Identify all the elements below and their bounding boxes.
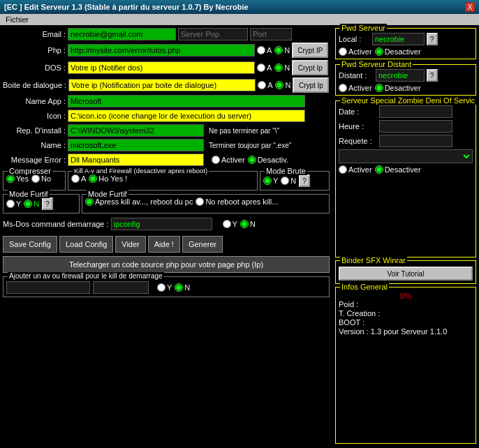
mb-n[interactable] bbox=[281, 177, 289, 185]
boite-radio-group: A N bbox=[258, 81, 290, 89]
zombie-date-label: Date : bbox=[339, 107, 377, 116]
zombie-select[interactable] bbox=[339, 149, 473, 163]
ajout-av-radio: Y N bbox=[157, 283, 190, 292]
boite-input[interactable] bbox=[68, 79, 256, 91]
crypt-ip-button-3[interactable]: Crypt Ip bbox=[293, 77, 329, 93]
boite-radio-a[interactable] bbox=[258, 81, 266, 89]
pwd-distant-question[interactable]: ? bbox=[427, 69, 438, 82]
msd-y[interactable] bbox=[223, 220, 231, 228]
zmb-activer[interactable] bbox=[339, 165, 347, 174]
zombie-date-input[interactable] bbox=[379, 105, 452, 118]
mfb-apress[interactable] bbox=[85, 197, 94, 206]
comp-yes[interactable] bbox=[6, 174, 15, 183]
msgerror-row: Message Error : Activer Desactiv. bbox=[3, 154, 330, 166]
pwdd-desactiver[interactable] bbox=[375, 84, 383, 92]
msgerror-radio-desactiv[interactable] bbox=[248, 156, 256, 164]
mfb-noreboot[interactable] bbox=[196, 197, 204, 206]
email-input[interactable] bbox=[68, 28, 176, 40]
php-radio-n[interactable] bbox=[274, 46, 283, 54]
msd-n[interactable] bbox=[240, 220, 249, 228]
zombie-date-row: Date : bbox=[339, 105, 473, 118]
msdos-row: Ms-Dos command demarrage : Y N bbox=[3, 218, 330, 230]
icon-row: Icon : bbox=[3, 110, 330, 122]
zombie-requete-input[interactable] bbox=[379, 135, 452, 147]
server-pop-input[interactable] bbox=[178, 28, 248, 40]
pwd-serveur-radio: Activer Desactiver bbox=[339, 47, 473, 56]
pwd-local-input[interactable] bbox=[372, 33, 425, 45]
repinstall-label: Rep. D'install : bbox=[3, 126, 66, 135]
ajav-n[interactable] bbox=[175, 283, 183, 292]
mf-y[interactable] bbox=[6, 200, 15, 208]
dos-row: DOS : A N Crypt Ip bbox=[3, 60, 330, 75]
name-hint: Terminer toujour par ".exe" bbox=[209, 142, 291, 149]
dos-radio-a[interactable] bbox=[257, 64, 265, 72]
zombie-requete-row: Requete : bbox=[339, 135, 473, 147]
php-input[interactable] bbox=[68, 44, 255, 57]
menu-fichier[interactable]: Fichier bbox=[3, 15, 31, 24]
boot-label: BOOT : bbox=[339, 318, 364, 327]
name-label: Name : bbox=[3, 141, 66, 149]
pwd-local-question[interactable]: ? bbox=[427, 33, 438, 45]
boite-radio-n[interactable] bbox=[275, 81, 283, 89]
dos-radio-n[interactable] bbox=[274, 64, 283, 72]
ajout-av-input-1[interactable] bbox=[6, 281, 90, 294]
telecharger-button[interactable]: Telecharger un code source php pour votr… bbox=[3, 256, 330, 273]
pwd-distant-radio: Activer Desactiver bbox=[339, 84, 473, 92]
repinstall-hint: Ne pas terminer par "\" bbox=[209, 127, 279, 135]
repinstall-input[interactable] bbox=[68, 124, 204, 137]
mode-furtif-question[interactable]: ? bbox=[42, 197, 53, 210]
mf-n[interactable] bbox=[24, 200, 32, 208]
msdos-input[interactable] bbox=[111, 218, 212, 230]
icon-label: Icon : bbox=[3, 112, 66, 120]
mode-furtif-small-title: Mode Furtif bbox=[8, 190, 50, 198]
mb-y[interactable] bbox=[263, 177, 272, 185]
pwd-activer[interactable] bbox=[339, 47, 347, 56]
msgerror-input[interactable] bbox=[68, 154, 204, 166]
mode-furtif-big-box: Mode Furtif Apress kill av..., reboot du… bbox=[82, 194, 330, 214]
crypt-ip-button-1[interactable]: Crypt IP bbox=[292, 43, 328, 58]
dos-radio-group: A N bbox=[257, 64, 290, 72]
nameapp-input[interactable] bbox=[68, 95, 305, 107]
name-row: Name : Terminer toujour par ".exe" bbox=[3, 139, 330, 151]
pwd-distant-input[interactable] bbox=[376, 69, 425, 82]
name-input[interactable] bbox=[68, 139, 204, 151]
compresser-radio: Yes No bbox=[6, 174, 62, 183]
comp-no[interactable] bbox=[31, 174, 40, 183]
voir-tutorial-button[interactable]: Voir Tutorial bbox=[339, 267, 473, 281]
pwd-desactiver[interactable] bbox=[375, 47, 383, 56]
load-config-button[interactable]: Load Config bbox=[59, 236, 113, 253]
zombie-heure-input[interactable] bbox=[379, 120, 452, 133]
save-config-button[interactable]: Save Config bbox=[3, 236, 57, 253]
mode-brute-question[interactable]: ? bbox=[299, 174, 310, 187]
boite-label: Boite de dialogue : bbox=[3, 81, 66, 89]
ajout-av-input-2[interactable] bbox=[93, 281, 149, 294]
kav-radio-a[interactable] bbox=[71, 174, 80, 183]
crypt-ip-button-2[interactable]: Crypt Ip bbox=[292, 60, 328, 75]
dos-input[interactable] bbox=[68, 61, 255, 74]
poid-row: Poid : bbox=[339, 300, 473, 308]
pwdd-activer[interactable] bbox=[339, 84, 347, 92]
right-panel: Pwd Serveur Local : ? Activer Desactiver… bbox=[332, 25, 479, 447]
zombie-title: Serveur Special Zombie Deni Of Servic bbox=[340, 96, 476, 105]
vider-button[interactable]: Vider bbox=[115, 236, 145, 253]
zmb-desactiver[interactable] bbox=[375, 165, 383, 174]
kav-ho-yes[interactable] bbox=[89, 174, 97, 183]
icon-input[interactable] bbox=[68, 110, 305, 122]
zombie-box: Serveur Special Zombie Deni Of Servic Da… bbox=[335, 100, 476, 257]
msgerror-radio-activer[interactable] bbox=[212, 156, 220, 164]
bottom-buttons-row: Save Config Load Config Vider Aide ! Gen… bbox=[3, 236, 330, 253]
aide-button[interactable]: Aide ! bbox=[148, 236, 180, 253]
pwd-local-label: Local : bbox=[339, 35, 370, 43]
ajav-y[interactable] bbox=[157, 283, 165, 292]
mode-furtif-big-title: Mode Furtif bbox=[87, 190, 128, 198]
msdos-radio: Y N bbox=[223, 220, 256, 228]
msgerror-radio-group: Activer Desactiv. bbox=[212, 156, 288, 164]
close-button[interactable]: X bbox=[465, 2, 475, 12]
port-input[interactable] bbox=[250, 28, 292, 40]
php-radio-a[interactable] bbox=[257, 46, 265, 54]
poid-label: Poid : bbox=[339, 300, 358, 308]
generer-button[interactable]: Generer bbox=[182, 236, 223, 253]
binder-box: Binder SFX Winrar Voir Tutorial bbox=[335, 260, 476, 284]
title-bar: [EC ] Edit Serveur 1.3 (Stable à partir … bbox=[0, 0, 479, 14]
tcreation-row: T. Creation : bbox=[339, 309, 473, 318]
